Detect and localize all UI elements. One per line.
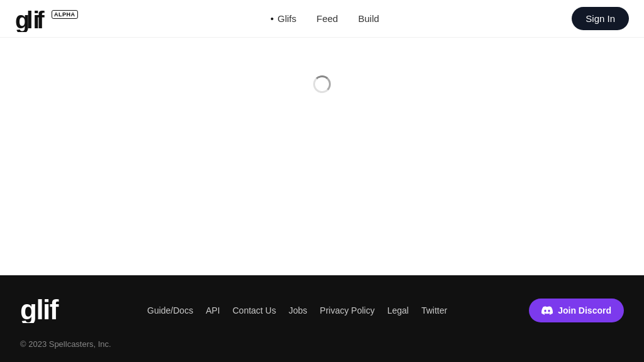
main-content [0, 38, 644, 275]
footer-link-legal[interactable]: Legal [387, 305, 409, 315]
svg-text:glif: glif [20, 294, 59, 323]
nav-item-build[interactable]: Build [358, 13, 379, 24]
loading-spinner [313, 75, 331, 93]
site-header: g li f ALPHA Glifs Feed Build Sign In [0, 0, 644, 38]
footer-bottom: © 2023 Spellcasters, Inc. [20, 338, 624, 349]
footer-link-jobs[interactable]: Jobs [289, 305, 308, 315]
discord-button-label: Join Discord [558, 305, 611, 315]
logo-icon: g li f [15, 6, 48, 32]
site-footer: glif Guide/Docs API Contact Us Jobs Priv… [0, 275, 644, 362]
footer-link-twitter[interactable]: Twitter [421, 305, 447, 315]
footer-link-contact-us[interactable]: Contact Us [233, 305, 276, 315]
copyright-text: © 2023 Spellcasters, Inc. [20, 339, 111, 349]
nav-item-glifs[interactable]: Glifs [270, 13, 296, 24]
footer-top: glif Guide/Docs API Contact Us Jobs Priv… [20, 293, 624, 328]
header-logo: g li f ALPHA [15, 6, 78, 32]
join-discord-button[interactable]: Join Discord [529, 299, 624, 322]
nav-item-feed[interactable]: Feed [316, 13, 338, 24]
sign-in-button[interactable]: Sign In [572, 7, 629, 30]
footer-link-guide-docs[interactable]: Guide/Docs [147, 305, 193, 315]
svg-text:f: f [36, 7, 45, 32]
footer-link-api[interactable]: API [206, 305, 220, 315]
alpha-badge: ALPHA [52, 10, 78, 19]
footer-link-privacy-policy[interactable]: Privacy Policy [320, 305, 375, 315]
footer-logo: glif [20, 293, 65, 328]
footer-links: Guide/Docs API Contact Us Jobs Privacy P… [147, 305, 447, 315]
discord-icon [541, 305, 553, 316]
main-nav: Glifs Feed Build [270, 13, 379, 24]
footer-logo-icon: glif [20, 293, 65, 323]
